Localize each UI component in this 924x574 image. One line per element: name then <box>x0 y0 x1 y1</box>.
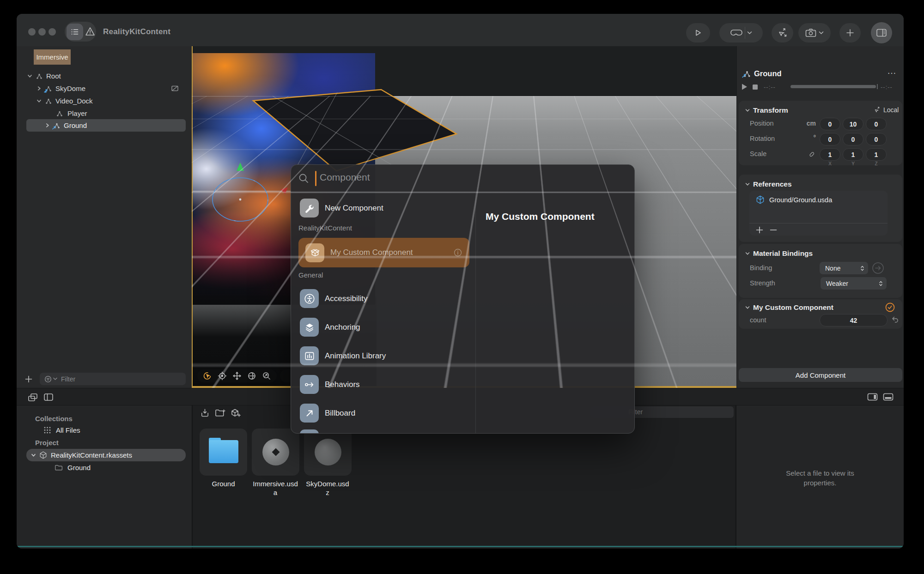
remove-reference-button[interactable] <box>770 226 777 234</box>
scale-y-field[interactable]: 1 <box>843 148 863 161</box>
outline-filter-input[interactable] <box>60 375 145 383</box>
chevron-down-icon[interactable] <box>747 31 752 35</box>
globe-tool-icon[interactable] <box>247 371 256 381</box>
add-icon[interactable] <box>25 375 32 383</box>
outline-row-skydome[interactable]: SkyDome <box>17 82 192 95</box>
my-custom-component-item-selected[interactable]: My Custom Component <box>298 238 469 267</box>
transform-mode-button[interactable] <box>772 23 793 42</box>
accessibility-icon <box>300 289 319 308</box>
component-item-behaviors[interactable]: Behaviors <box>291 375 475 394</box>
import-icon[interactable] <box>200 408 210 417</box>
play-button[interactable] <box>686 23 710 42</box>
scale-z-field[interactable]: 1 <box>866 148 887 161</box>
space-mode-icon[interactable] <box>874 107 881 114</box>
scale-x-field[interactable]: 1 <box>820 148 840 161</box>
goto-binding-button[interactable] <box>872 262 884 274</box>
all-files-item[interactable]: All Files <box>43 426 80 434</box>
gizmo-x-axis-handle <box>280 187 288 194</box>
custom-component-box-icon <box>305 243 324 262</box>
material-bindings-header[interactable]: Material Bindings <box>745 249 813 258</box>
component-label: Billboard <box>325 409 355 418</box>
new-component-item[interactable]: New Component <box>291 199 475 218</box>
reset-value-icon[interactable] <box>891 315 899 323</box>
add-component-button[interactable]: Add Component <box>739 368 902 382</box>
component-item-accessibility[interactable]: Accessibility <box>291 289 475 308</box>
preview-device-button[interactable] <box>719 23 763 42</box>
add-reference-button[interactable] <box>756 226 763 234</box>
outline-view-toggle[interactable] <box>67 24 83 40</box>
chevron-down-icon[interactable] <box>53 377 57 381</box>
count-field[interactable]: 42 <box>820 314 888 326</box>
new-scene-icon[interactable] <box>231 408 241 418</box>
rotation-z-field[interactable]: 0 <box>866 133 887 145</box>
component-item-partial[interactable] <box>300 429 319 434</box>
chevron-down-icon[interactable] <box>37 99 41 103</box>
bottom-panel-toggle-icon[interactable] <box>883 393 894 401</box>
outline-label: Ground <box>64 121 87 129</box>
component-item-billboard[interactable]: Billboard <box>291 404 475 423</box>
file-label-immersive[interactable]: Immersive.usda <box>253 479 298 497</box>
references-header[interactable]: References <box>745 180 792 188</box>
orbit-tool-icon[interactable] <box>218 371 227 381</box>
outline-row-video-dock[interactable]: Video_Dock <box>17 95 192 107</box>
transform-header-label: Transform <box>753 106 788 115</box>
minimize-window-button[interactable] <box>38 28 46 36</box>
timeline-scrubber[interactable] <box>790 85 876 88</box>
position-x-field[interactable]: 0 <box>820 118 840 130</box>
file-label-ground[interactable]: Ground <box>200 479 247 488</box>
outline-row-ground-selected[interactable]: Ground <box>17 119 192 132</box>
chevron-down-icon[interactable] <box>745 109 750 112</box>
rotation-y-field[interactable]: 0 <box>843 133 863 145</box>
right-panel-toggle-icon[interactable] <box>867 393 878 401</box>
inspector-toggle-button[interactable] <box>871 22 892 43</box>
info-icon[interactable] <box>454 248 462 257</box>
move-tool-icon[interactable] <box>232 371 242 381</box>
strength-dropdown[interactable]: Weaker <box>821 277 887 290</box>
left-panel-toggle-icon[interactable] <box>43 393 54 401</box>
binding-dropdown[interactable]: None <box>820 262 868 274</box>
timeline-play-icon[interactable] <box>741 83 749 91</box>
outline-filter-field[interactable] <box>40 373 186 385</box>
position-y-field[interactable]: 10 <box>843 118 863 130</box>
transform-header[interactable]: Transform <box>745 106 788 115</box>
select-tool-icon[interactable] <box>203 371 212 381</box>
outline-row-player[interactable]: Player <box>17 107 192 120</box>
component-item-animation-library[interactable]: Animation Library <box>291 346 475 365</box>
zoom-window-button[interactable] <box>49 28 56 36</box>
chevron-down-icon[interactable] <box>745 252 750 255</box>
chevron-down-icon[interactable] <box>31 453 36 457</box>
chevron-down-icon[interactable] <box>819 31 824 35</box>
add-entity-button[interactable] <box>839 23 861 42</box>
file-thumb-ground[interactable] <box>200 429 247 476</box>
space-mode-label[interactable]: Local <box>883 106 899 114</box>
warning-icon[interactable] <box>85 26 96 36</box>
file-thumb-immersive[interactable] <box>252 429 299 476</box>
chevron-right-icon[interactable] <box>37 86 41 91</box>
timeline-stop-icon[interactable] <box>752 84 758 90</box>
custom-component-header[interactable]: My Custom Component <box>745 303 833 312</box>
link-icon[interactable] <box>807 150 815 157</box>
more-menu-button[interactable]: … <box>887 66 897 76</box>
snapshot-button[interactable] <box>798 23 831 42</box>
tab-immersive[interactable]: Immersive <box>34 49 71 65</box>
reference-item[interactable]: Ground/Ground.usda <box>756 195 832 204</box>
component-item-anchoring[interactable]: Anchoring <box>291 318 475 337</box>
project-root-item-selected[interactable]: RealityKitContent.rkassets <box>26 449 186 461</box>
project-ground-folder-item[interactable]: Ground <box>55 464 91 471</box>
file-label-skydome[interactable]: SkyDome.usdz <box>305 479 350 497</box>
hidden-icon[interactable] <box>171 85 179 92</box>
new-folder-icon[interactable] <box>215 409 226 417</box>
outline-row-root[interactable]: Root <box>17 70 192 82</box>
chevron-right-icon[interactable] <box>45 123 49 127</box>
component-enabled-check-icon[interactable] <box>885 302 895 312</box>
component-search-input[interactable] <box>319 171 598 183</box>
zoom-tool-icon[interactable] <box>262 371 271 381</box>
file-thumb-skydome[interactable] <box>304 429 352 476</box>
position-z-field[interactable]: 0 <box>866 118 887 130</box>
close-window-button[interactable] <box>28 28 36 36</box>
rotation-x-field[interactable]: 0 <box>820 133 840 145</box>
duplicate-view-icon[interactable] <box>28 393 38 402</box>
chevron-down-icon[interactable] <box>745 306 750 309</box>
chevron-down-icon[interactable] <box>28 74 32 78</box>
chevron-down-icon[interactable] <box>745 182 750 186</box>
